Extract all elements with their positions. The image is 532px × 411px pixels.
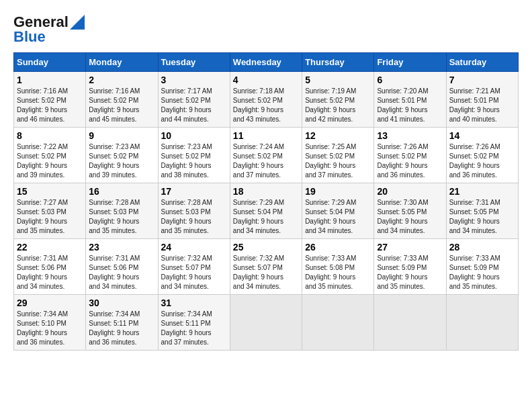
- calendar-cell: [374, 295, 446, 351]
- day-number: 29: [17, 298, 83, 308]
- calendar-cell: 1Sunrise: 7:16 AM Sunset: 5:02 PM Daylig…: [14, 72, 86, 128]
- day-number: 5: [305, 75, 371, 85]
- col-header-thursday: Thursday: [302, 53, 374, 72]
- calendar-cell: 31Sunrise: 7:34 AM Sunset: 5:11 PM Dayli…: [158, 295, 230, 351]
- day-number: 25: [233, 242, 299, 253]
- calendar-cell: 4Sunrise: 7:18 AM Sunset: 5:02 PM Daylig…: [230, 72, 302, 128]
- calendar-cell: 16Sunrise: 7:28 AM Sunset: 5:03 PM Dayli…: [86, 183, 158, 239]
- calendar-cell: 12Sunrise: 7:25 AM Sunset: 5:02 PM Dayli…: [302, 128, 374, 183]
- calendar-cell: 9Sunrise: 7:23 AM Sunset: 5:02 PM Daylig…: [86, 128, 158, 183]
- day-info: Sunrise: 7:34 AM Sunset: 5:11 PM Dayligh…: [161, 310, 227, 347]
- day-number: 16: [89, 186, 154, 197]
- day-info: Sunrise: 7:34 AM Sunset: 5:11 PM Dayligh…: [89, 310, 154, 347]
- day-number: 2: [89, 75, 154, 85]
- col-header-tuesday: Tuesday: [158, 53, 230, 72]
- day-number: 14: [449, 130, 515, 141]
- day-info: Sunrise: 7:27 AM Sunset: 5:03 PM Dayligh…: [17, 198, 83, 236]
- calendar-cell: 11Sunrise: 7:24 AM Sunset: 5:02 PM Dayli…: [230, 128, 302, 183]
- day-info: Sunrise: 7:28 AM Sunset: 5:03 PM Dayligh…: [161, 198, 227, 236]
- day-info: Sunrise: 7:29 AM Sunset: 5:04 PM Dayligh…: [305, 198, 371, 236]
- day-info: Sunrise: 7:20 AM Sunset: 5:01 PM Dayligh…: [377, 87, 443, 124]
- day-number: 15: [17, 186, 83, 197]
- day-number: 13: [377, 130, 443, 141]
- calendar-cell: 27Sunrise: 7:33 AM Sunset: 5:09 PM Dayli…: [374, 239, 446, 295]
- day-number: 11: [233, 130, 299, 141]
- calendar-cell: 5Sunrise: 7:19 AM Sunset: 5:02 PM Daylig…: [302, 72, 374, 128]
- col-header-friday: Friday: [374, 53, 446, 72]
- calendar-cell: 28Sunrise: 7:33 AM Sunset: 5:09 PM Dayli…: [446, 239, 518, 295]
- day-info: Sunrise: 7:22 AM Sunset: 5:02 PM Dayligh…: [17, 142, 83, 180]
- day-info: Sunrise: 7:32 AM Sunset: 5:07 PM Dayligh…: [161, 254, 227, 291]
- calendar-cell: 18Sunrise: 7:29 AM Sunset: 5:04 PM Dayli…: [230, 183, 302, 239]
- calendar-cell: 25Sunrise: 7:32 AM Sunset: 5:07 PM Dayli…: [230, 239, 302, 295]
- day-info: Sunrise: 7:26 AM Sunset: 5:02 PM Dayligh…: [377, 142, 443, 180]
- calendar-cell: 23Sunrise: 7:31 AM Sunset: 5:06 PM Dayli…: [86, 239, 158, 295]
- calendar-cell: [230, 295, 302, 351]
- day-number: 26: [305, 242, 371, 253]
- calendar-cell: 15Sunrise: 7:27 AM Sunset: 5:03 PM Dayli…: [14, 183, 86, 239]
- day-info: Sunrise: 7:30 AM Sunset: 5:05 PM Dayligh…: [377, 198, 443, 236]
- day-number: 21: [449, 186, 515, 197]
- calendar-cell: 26Sunrise: 7:33 AM Sunset: 5:08 PM Dayli…: [302, 239, 374, 295]
- col-header-wednesday: Wednesday: [230, 53, 302, 72]
- day-info: Sunrise: 7:34 AM Sunset: 5:10 PM Dayligh…: [17, 310, 83, 347]
- day-number: 20: [377, 186, 443, 197]
- col-header-sunday: Sunday: [14, 53, 86, 72]
- day-info: Sunrise: 7:28 AM Sunset: 5:03 PM Dayligh…: [89, 198, 154, 236]
- day-info: Sunrise: 7:29 AM Sunset: 5:04 PM Dayligh…: [233, 198, 299, 236]
- col-header-monday: Monday: [86, 53, 158, 72]
- logo: General Blue: [13, 13, 85, 46]
- calendar-cell: 24Sunrise: 7:32 AM Sunset: 5:07 PM Dayli…: [158, 239, 230, 295]
- day-number: 18: [233, 186, 299, 197]
- page-header: General Blue: [13, 13, 519, 46]
- day-number: 6: [377, 75, 443, 85]
- calendar-table: SundayMondayTuesdayWednesdayThursdayFrid…: [13, 52, 519, 351]
- day-number: 28: [449, 242, 515, 253]
- day-info: Sunrise: 7:19 AM Sunset: 5:02 PM Dayligh…: [305, 87, 371, 124]
- logo-blue: Blue: [13, 28, 46, 46]
- day-number: 1: [17, 75, 83, 85]
- day-number: 27: [377, 242, 443, 253]
- day-number: 23: [89, 242, 154, 253]
- day-info: Sunrise: 7:32 AM Sunset: 5:07 PM Dayligh…: [233, 254, 299, 291]
- calendar-cell: 3Sunrise: 7:17 AM Sunset: 5:02 PM Daylig…: [158, 72, 230, 128]
- calendar-cell: 8Sunrise: 7:22 AM Sunset: 5:02 PM Daylig…: [14, 128, 86, 183]
- day-info: Sunrise: 7:31 AM Sunset: 5:06 PM Dayligh…: [89, 254, 154, 291]
- logo-icon: [70, 15, 85, 30]
- calendar-cell: [302, 295, 374, 351]
- calendar-cell: 13Sunrise: 7:26 AM Sunset: 5:02 PM Dayli…: [374, 128, 446, 183]
- day-info: Sunrise: 7:16 AM Sunset: 5:02 PM Dayligh…: [17, 87, 83, 124]
- calendar-cell: 17Sunrise: 7:28 AM Sunset: 5:03 PM Dayli…: [158, 183, 230, 239]
- col-header-saturday: Saturday: [446, 53, 518, 72]
- day-info: Sunrise: 7:23 AM Sunset: 5:02 PM Dayligh…: [161, 142, 227, 180]
- day-number: 7: [449, 75, 515, 85]
- calendar-cell: 30Sunrise: 7:34 AM Sunset: 5:11 PM Dayli…: [86, 295, 158, 351]
- day-info: Sunrise: 7:24 AM Sunset: 5:02 PM Dayligh…: [233, 142, 299, 180]
- calendar-cell: 21Sunrise: 7:31 AM Sunset: 5:05 PM Dayli…: [446, 183, 518, 239]
- day-info: Sunrise: 7:33 AM Sunset: 5:09 PM Dayligh…: [449, 254, 515, 291]
- day-info: Sunrise: 7:31 AM Sunset: 5:05 PM Dayligh…: [449, 198, 515, 236]
- calendar-cell: 7Sunrise: 7:21 AM Sunset: 5:01 PM Daylig…: [446, 72, 518, 128]
- day-number: 17: [161, 186, 227, 197]
- calendar-cell: 19Sunrise: 7:29 AM Sunset: 5:04 PM Dayli…: [302, 183, 374, 239]
- day-info: Sunrise: 7:25 AM Sunset: 5:02 PM Dayligh…: [305, 142, 371, 180]
- calendar-cell: 10Sunrise: 7:23 AM Sunset: 5:02 PM Dayli…: [158, 128, 230, 183]
- calendar-cell: [446, 295, 518, 351]
- day-info: Sunrise: 7:33 AM Sunset: 5:09 PM Dayligh…: [377, 254, 443, 291]
- calendar-cell: 14Sunrise: 7:26 AM Sunset: 5:02 PM Dayli…: [446, 128, 518, 183]
- day-number: 30: [89, 298, 154, 308]
- day-info: Sunrise: 7:33 AM Sunset: 5:08 PM Dayligh…: [305, 254, 371, 291]
- day-number: 24: [161, 242, 227, 253]
- day-info: Sunrise: 7:17 AM Sunset: 5:02 PM Dayligh…: [161, 87, 227, 124]
- svg-marker-0: [70, 15, 85, 30]
- day-number: 3: [161, 75, 227, 85]
- day-number: 9: [89, 130, 154, 141]
- day-number: 31: [161, 298, 227, 308]
- day-info: Sunrise: 7:31 AM Sunset: 5:06 PM Dayligh…: [17, 254, 83, 291]
- calendar-cell: 2Sunrise: 7:16 AM Sunset: 5:02 PM Daylig…: [86, 72, 158, 128]
- day-info: Sunrise: 7:18 AM Sunset: 5:02 PM Dayligh…: [233, 87, 299, 124]
- day-number: 10: [161, 130, 227, 141]
- day-info: Sunrise: 7:26 AM Sunset: 5:02 PM Dayligh…: [449, 142, 515, 180]
- day-info: Sunrise: 7:23 AM Sunset: 5:02 PM Dayligh…: [89, 142, 154, 180]
- day-number: 8: [17, 130, 83, 141]
